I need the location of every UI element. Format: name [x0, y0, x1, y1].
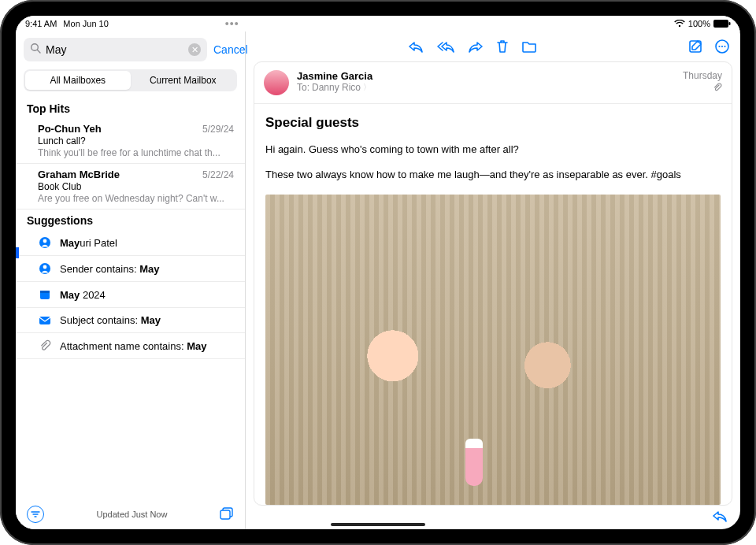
message-text: Hi again. Guess who's coming to town wit… — [265, 142, 721, 191]
search-icon — [30, 43, 41, 57]
svg-point-5 — [43, 239, 47, 243]
calendar-icon — [38, 288, 52, 301]
svg-rect-0 — [713, 20, 728, 28]
attachment-icon — [713, 83, 722, 95]
hit-subject: Book Club — [38, 181, 234, 192]
chevron-right-icon: 〉 — [363, 82, 371, 93]
wifi-icon — [674, 20, 685, 28]
person-icon — [38, 262, 52, 275]
message-card: Jasmine Garcia To: Danny Rico 〉 Thursday — [254, 61, 732, 506]
to-row[interactable]: To: Danny Rico 〉 — [297, 82, 372, 93]
message-toolbar — [246, 32, 740, 61]
person-icon — [38, 236, 52, 249]
reply-all-button[interactable] — [436, 40, 455, 53]
suggestion-item[interactable]: May 2024 — [16, 282, 245, 308]
message-subject: Special guests — [265, 115, 721, 131]
svg-rect-9 — [40, 291, 50, 293]
attached-photo[interactable] — [265, 195, 721, 505]
svg-line-3 — [37, 50, 40, 53]
cancel-button[interactable]: Cancel — [213, 43, 248, 56]
to-name: Danny Rico — [312, 82, 361, 93]
hit-date: 5/29/24 — [202, 124, 234, 135]
svg-rect-15 — [220, 510, 230, 519]
section-header-tophits: Top Hits — [16, 98, 245, 118]
suggestion-item[interactable]: Subject contains: May — [16, 308, 245, 333]
svg-rect-1 — [729, 22, 731, 25]
filter-button[interactable] — [27, 506, 44, 523]
segment-current-mailbox[interactable]: Current Mailbox — [131, 71, 236, 90]
suggestion-text: May 2024 — [60, 289, 106, 301]
hit-preview: Think you'll be free for a lunchtime cha… — [38, 147, 234, 158]
updated-label: Updated Just Now — [97, 510, 168, 519]
trash-button[interactable] — [496, 39, 509, 54]
more-button[interactable] — [715, 39, 729, 54]
sidebar: ✕ Cancel All Mailboxes Current Mailbox T… — [16, 32, 246, 529]
svg-point-18 — [718, 46, 720, 47]
svg-point-19 — [721, 46, 723, 47]
battery-percent: 100% — [688, 19, 710, 28]
selection-caret — [16, 247, 19, 258]
compose-button[interactable] — [688, 39, 702, 54]
to-label: To: — [297, 82, 309, 93]
hit-subject: Lunch call? — [38, 135, 234, 146]
forward-button[interactable] — [468, 40, 484, 53]
search-input[interactable] — [46, 43, 183, 56]
battery-icon — [713, 20, 731, 28]
svg-rect-10 — [39, 317, 50, 324]
svg-point-20 — [724, 46, 725, 47]
suggestion-text: Subject contains: May — [60, 314, 161, 326]
message-header: Jasmine Garcia To: Danny Rico 〉 Thursday — [254, 62, 732, 104]
suggestion-text: Mayuri Patel — [60, 237, 117, 249]
segment-all-mailboxes[interactable]: All Mailboxes — [25, 71, 131, 90]
svg-point-7 — [43, 265, 47, 269]
multitask-dots[interactable]: ••• — [225, 17, 239, 30]
reply-footer-button[interactable] — [712, 510, 728, 525]
top-hit-item[interactable]: Po-Chun Yeh 5/29/24 Lunch call? Think yo… — [16, 118, 245, 164]
paperclip-icon — [38, 339, 52, 352]
status-time: 9:41 AM — [25, 19, 57, 28]
from-name[interactable]: Jasmine Garcia — [297, 70, 372, 82]
suggestion-item[interactable]: Sender contains: May — [16, 256, 245, 282]
message-pane: Jasmine Garcia To: Danny Rico 〉 Thursday — [246, 32, 740, 529]
suggestion-item[interactable]: Attachment name contains: May — [16, 333, 245, 359]
message-body: Special guests Hi again. Guess who's com… — [254, 104, 732, 505]
search-scope-segmented[interactable]: All Mailboxes Current Mailbox — [24, 69, 237, 91]
envelope-icon — [38, 316, 52, 325]
section-header-suggestions: Suggestions — [16, 209, 245, 230]
search-field[interactable]: ✕ — [24, 38, 207, 61]
move-button[interactable] — [521, 40, 537, 53]
suggestion-text: Attachment name contains: May — [60, 340, 206, 352]
top-hit-item[interactable]: Graham McBride 5/22/24 Book Club Are you… — [16, 164, 245, 209]
status-bar: 9:41 AM Mon Jun 10 ••• 100% — [16, 16, 740, 32]
hit-sender: Graham McBride — [38, 169, 120, 180]
avatar[interactable] — [264, 70, 289, 95]
status-date: Mon Jun 10 — [63, 19, 108, 28]
suggestion-text: Sender contains: May — [60, 263, 159, 275]
home-indicator[interactable] — [331, 523, 425, 526]
hit-date: 5/22/24 — [202, 169, 234, 180]
windows-button[interactable] — [220, 507, 234, 521]
hit-preview: Are you free on Wednesday night? Can't w… — [38, 193, 234, 204]
clear-search-icon[interactable]: ✕ — [188, 43, 201, 56]
hit-sender: Po-Chun Yeh — [38, 123, 102, 135]
message-date: Thursday — [683, 70, 722, 81]
reply-button[interactable] — [408, 40, 424, 53]
suggestion-item[interactable]: Mayuri Patel — [16, 230, 245, 256]
